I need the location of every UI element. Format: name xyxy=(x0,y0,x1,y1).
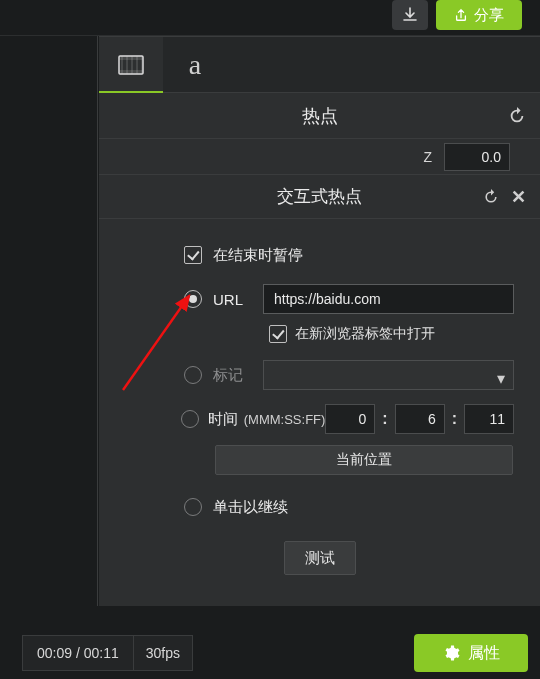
hotspot-form: 在结束时暂停 URL 在新浏览器标签中打开 标记 ▾ 时间 (MMM:SS:FF… xyxy=(99,219,540,575)
z-row: Z 0.0 xyxy=(99,139,540,175)
url-label: URL xyxy=(213,291,257,308)
fps-display[interactable]: 30fps xyxy=(134,635,193,671)
chevron-down-icon: ▾ xyxy=(497,369,505,388)
top-bar: 分享 xyxy=(0,0,540,36)
click-continue-label: 单击以继续 xyxy=(213,498,288,517)
panel-tabs: a xyxy=(99,37,540,93)
url-input[interactable] xyxy=(263,284,514,314)
row-click-continue: 单击以继续 xyxy=(181,489,514,525)
marker-select[interactable]: ▾ xyxy=(263,360,514,390)
download-icon xyxy=(402,7,418,23)
section-title: 热点 xyxy=(302,104,338,128)
svg-rect-2 xyxy=(119,70,143,74)
share-button[interactable]: 分享 xyxy=(436,0,522,30)
sub-section-title: 交互式热点 xyxy=(277,185,362,208)
z-label: Z xyxy=(423,149,432,165)
properties-panel: a 热点 Z 0.0 交互式热点 ✕ 在结束时暂停 URL xyxy=(99,36,540,606)
media-icon xyxy=(118,55,144,75)
new-tab-label: 在新浏览器标签中打开 xyxy=(295,325,435,343)
marker-label: 标记 xyxy=(213,366,257,385)
tab-text[interactable]: a xyxy=(163,37,227,93)
test-button[interactable]: 测试 xyxy=(284,541,356,575)
time-ff-input[interactable]: 11 xyxy=(464,404,514,434)
row-new-tab: 在新浏览器标签中打开 xyxy=(269,325,514,343)
properties-label: 属性 xyxy=(468,643,500,664)
test-label: 测试 xyxy=(305,549,335,568)
pause-checkbox[interactable] xyxy=(184,246,202,264)
svg-rect-1 xyxy=(119,56,143,60)
tab-media[interactable] xyxy=(99,37,163,93)
url-radio[interactable] xyxy=(184,290,202,308)
time-hint: (MMM:SS:FF) xyxy=(244,412,326,427)
row-marker: 标记 ▾ xyxy=(181,357,514,393)
z-value-input[interactable]: 0.0 xyxy=(444,143,510,171)
section-header-hotspot: 热点 xyxy=(99,93,540,139)
reset-icon[interactable] xyxy=(508,107,526,125)
left-column xyxy=(0,36,98,606)
gear-icon xyxy=(442,644,460,662)
section-header-interactive: 交互式热点 ✕ xyxy=(99,175,540,219)
properties-button[interactable]: 属性 xyxy=(414,634,528,672)
reset-icon[interactable] xyxy=(483,189,499,205)
marker-radio[interactable] xyxy=(184,366,202,384)
download-button[interactable] xyxy=(392,0,428,30)
close-icon[interactable]: ✕ xyxy=(511,186,526,208)
time-label: 时间 xyxy=(208,410,242,429)
time-input-group: 0 : 6 : 11 xyxy=(325,404,514,434)
current-position-button[interactable]: 当前位置 xyxy=(215,445,513,475)
row-time: 时间 (MMM:SS:FF) 0 : 6 : 11 xyxy=(181,401,514,437)
share-icon xyxy=(454,8,468,22)
bottom-bar: 00:09 / 00:11 30fps 属性 xyxy=(0,627,540,679)
pause-label: 在结束时暂停 xyxy=(213,246,303,265)
share-label: 分享 xyxy=(474,6,504,25)
new-tab-checkbox[interactable] xyxy=(269,325,287,343)
time-mm-input[interactable]: 0 xyxy=(325,404,375,434)
time-display[interactable]: 00:09 / 00:11 xyxy=(22,635,134,671)
current-position-label: 当前位置 xyxy=(336,451,392,469)
click-continue-radio[interactable] xyxy=(184,498,202,516)
time-ss-input[interactable]: 6 xyxy=(395,404,445,434)
row-pause-at-end: 在结束时暂停 xyxy=(181,237,514,273)
time-radio[interactable] xyxy=(181,410,199,428)
row-url: URL xyxy=(181,281,514,317)
